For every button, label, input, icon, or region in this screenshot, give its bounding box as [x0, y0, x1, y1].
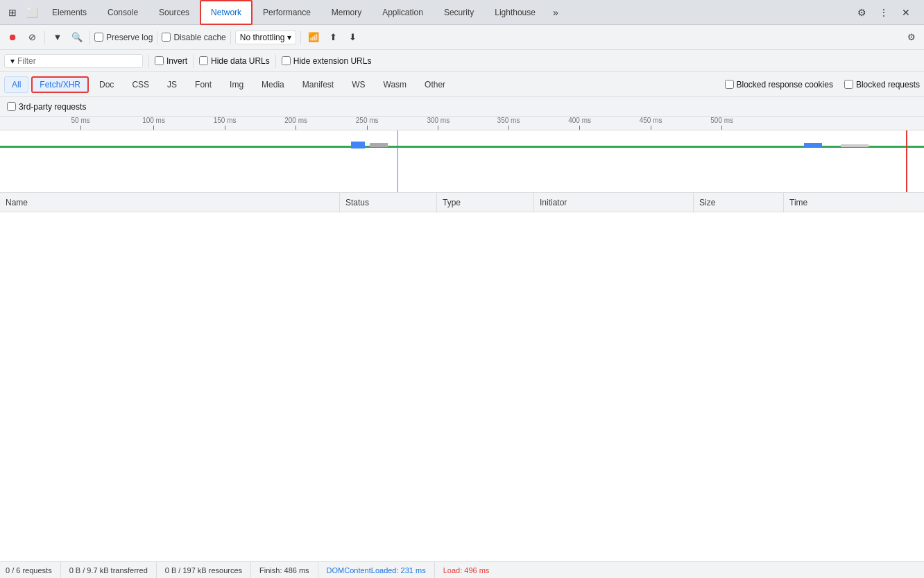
toolbar-sep-2	[89, 31, 90, 44]
tick-250ms: 250 ms	[356, 117, 379, 130]
tick-400ms: 400 ms	[568, 117, 591, 130]
tick-500ms-label: 500 ms	[710, 117, 733, 124]
tick-200ms-line	[296, 126, 296, 130]
more-tabs-icon[interactable]: »	[546, 3, 565, 22]
tab-elements[interactable]: Elements	[42, 0, 97, 25]
tab-network[interactable]: Network	[200, 0, 253, 25]
th-time[interactable]: Time	[784, 193, 924, 212]
table-body	[0, 212, 924, 578]
preserve-log-checkbox[interactable]	[94, 33, 103, 42]
settings-icon[interactable]: ⚙	[852, 3, 871, 22]
third-party-label[interactable]: 3rd-party requests	[7, 102, 86, 112]
filter-btn-other[interactable]: Other	[417, 76, 453, 93]
throttle-value: No throttling	[240, 33, 285, 42]
invert-label[interactable]: Invert	[155, 56, 187, 66]
filter-btn-fetch-xhr[interactable]: Fetch/XHR	[31, 76, 89, 93]
th-status[interactable]: Status	[340, 193, 437, 212]
invert-checkbox[interactable]	[155, 56, 164, 65]
resources-size-text: 0 B / 197 kB resources	[165, 566, 242, 575]
th-size[interactable]: Size	[694, 193, 784, 212]
filter-btn-js[interactable]: JS	[160, 76, 185, 93]
tick-300ms-line	[438, 126, 438, 130]
disable-cache-label[interactable]: Disable cache	[162, 33, 225, 42]
blocked-response-cookies-checkbox[interactable]	[725, 80, 734, 89]
hide-extension-urls-label[interactable]: Hide extension URLs	[282, 56, 372, 66]
tick-150ms: 150 ms	[214, 117, 237, 130]
tick-250ms-label: 250 ms	[356, 117, 379, 124]
blocked-requests-label[interactable]: Blocked requests	[844, 80, 920, 90]
filter-btn-doc[interactable]: Doc	[92, 76, 121, 93]
filter-funnel-icon: ▾	[10, 56, 15, 66]
hide-extension-urls-checkbox[interactable]	[282, 56, 291, 65]
blocked-requests-checkbox[interactable]	[844, 80, 853, 89]
responsive-icon[interactable]: ⬜	[22, 3, 42, 22]
blocked-requests-text: Blocked requests	[856, 80, 920, 90]
tab-performance[interactable]: Performance	[253, 0, 321, 25]
hide-data-urls-checkbox[interactable]	[199, 56, 208, 65]
table-header: Name Status Type Initiator Size Time	[0, 193, 924, 212]
th-type-label: Type	[443, 198, 461, 207]
filter-btn-img[interactable]: Img	[222, 76, 251, 93]
tick-300ms: 300 ms	[427, 117, 450, 130]
timeline-blue-bar-1	[351, 142, 365, 148]
tab-security[interactable]: Security	[434, 0, 484, 25]
tick-200ms-label: 200 ms	[284, 117, 307, 124]
hide-extension-urls-text: Hide extension URLs	[293, 56, 372, 66]
wifi-icon[interactable]: 📶	[305, 29, 322, 46]
search-icon[interactable]: 🔍	[69, 29, 85, 46]
tick-400ms-line	[579, 126, 580, 130]
record-icon[interactable]: ⏺	[4, 29, 21, 46]
tab-memory[interactable]: Memory	[321, 0, 372, 25]
filter-icon[interactable]: ▼	[49, 29, 66, 46]
tab-sources[interactable]: Sources	[148, 0, 200, 25]
tick-350ms: 350 ms	[497, 117, 520, 130]
tick-150ms-line	[225, 126, 225, 130]
status-bar: 0 / 6 requests 0 B / 9.7 kB transferred …	[0, 561, 924, 578]
hide-data-urls-text: Hide data URLs	[211, 56, 270, 66]
device-toolbar-icon[interactable]: ⊞	[3, 3, 22, 22]
filter-btn-ws[interactable]: WS	[344, 76, 373, 93]
hide-data-urls-label[interactable]: Hide data URLs	[199, 56, 270, 66]
close-devtools-icon[interactable]: ✕	[896, 3, 916, 22]
third-party-checkbox[interactable]	[7, 102, 16, 111]
third-party-row: 3rd-party requests	[0, 97, 924, 117]
th-initiator-label: Initiator	[540, 198, 567, 207]
timeline-green-bar	[0, 146, 924, 148]
tick-50ms-label: 50 ms	[71, 117, 90, 124]
preserve-log-text: Preserve log	[106, 33, 153, 42]
tick-150ms-label: 150 ms	[214, 117, 237, 124]
tick-400ms-label: 400 ms	[568, 117, 591, 124]
resources-size: 0 B / 197 kB resources	[157, 562, 251, 578]
more-options-icon[interactable]: ⋮	[874, 3, 893, 22]
tab-application[interactable]: Application	[372, 0, 434, 25]
throttle-dropdown-icon: ▾	[287, 33, 291, 42]
timeline-dom-content-line	[397, 130, 398, 193]
th-name[interactable]: Name	[0, 193, 340, 212]
tick-350ms-line	[508, 126, 509, 130]
upload-icon[interactable]: ⬆	[325, 29, 341, 46]
tab-lighthouse[interactable]: Lighthouse	[484, 0, 546, 25]
filter-btn-css[interactable]: CSS	[124, 76, 157, 93]
filter-btn-media[interactable]: Media	[254, 76, 292, 93]
th-initiator[interactable]: Initiator	[534, 193, 694, 212]
filter-btn-all[interactable]: All	[4, 76, 28, 93]
network-settings-icon[interactable]: ⚙	[903, 29, 920, 46]
filter-btn-font[interactable]: Font	[187, 76, 219, 93]
tab-bar: ⊞ ⬜ Elements Console Sources Network Per…	[0, 0, 924, 25]
filter-input[interactable]	[17, 56, 121, 66]
throttle-select[interactable]: No throttling ▾	[235, 31, 297, 44]
filter-btn-manifest[interactable]: Manifest	[295, 76, 341, 93]
blocked-response-cookies-text: Blocked response cookies	[737, 80, 833, 90]
disable-cache-checkbox[interactable]	[162, 33, 171, 42]
th-type[interactable]: Type	[437, 193, 534, 212]
preserve-log-label[interactable]: Preserve log	[94, 33, 153, 42]
filter-input-wrap[interactable]: ▾	[4, 54, 143, 68]
filter-btn-wasm[interactable]: Wasm	[376, 76, 415, 93]
tab-console[interactable]: Console	[97, 0, 148, 25]
th-status-label: Status	[345, 198, 369, 207]
transferred-size-text: 0 B / 9.7 kB transferred	[69, 566, 148, 575]
toolbar-sep-3	[157, 31, 157, 44]
blocked-response-cookies-label[interactable]: Blocked response cookies	[725, 80, 833, 90]
clear-icon[interactable]: ⊘	[24, 29, 40, 46]
download-icon[interactable]: ⬇	[344, 29, 361, 46]
